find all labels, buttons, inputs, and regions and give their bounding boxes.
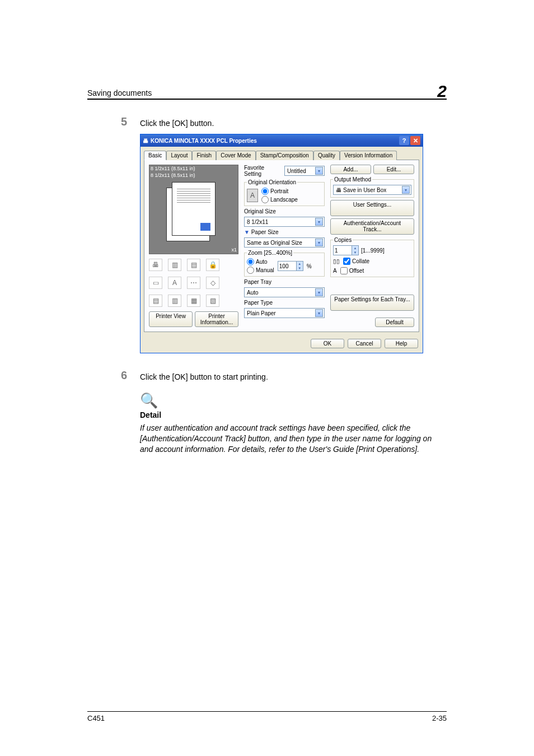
favorite-setting-label: Favorite Setting xyxy=(244,165,282,177)
down-arrow-icon: ▼ xyxy=(244,229,250,235)
detail-title: Detail xyxy=(140,410,447,419)
step-5-text: Click the [OK] button. xyxy=(140,115,214,128)
default-button[interactable]: Default xyxy=(375,318,414,327)
thumb-icon-8[interactable]: ◇ xyxy=(206,277,219,289)
spin-down-icon[interactable]: ▼ xyxy=(296,266,303,270)
preview-panel: 8 1/2x11 (8.5x11 in) 8 1/2x11 (8.5x11 in… xyxy=(149,165,238,254)
original-size-select[interactable]: 8 1/2x11 ▾ xyxy=(244,217,325,227)
output-method-select[interactable]: 🖶 Save in User Box ▾ xyxy=(333,185,411,195)
favorite-setting-value: Untitled xyxy=(287,168,315,174)
original-size-label: Original Size xyxy=(244,208,325,214)
step-6-number: 6 xyxy=(121,369,140,382)
zoom-group: Zoom [25...400%] Auto Manual ▲▼ % xyxy=(244,250,325,277)
step-6-text: Click the [OK] button to start printing. xyxy=(140,369,268,381)
favorite-add-button[interactable]: Add... xyxy=(330,165,371,174)
save-box-icon: 🖶 xyxy=(336,187,341,193)
chevron-down-icon[interactable]: ▾ xyxy=(315,288,323,296)
dialog-bottom-buttons: OK Cancel Help xyxy=(140,335,423,353)
orientation-icon: A xyxy=(247,189,258,202)
original-orientation-legend: Original Orientation xyxy=(247,179,297,185)
tab-body: 8 1/2x11 (8.5x11 in) 8 1/2x11 (8.5x11 in… xyxy=(144,160,419,332)
thumb-icon-3[interactable]: ▤ xyxy=(187,259,200,271)
copies-range-label: [1...9999] xyxy=(361,248,385,254)
collate-checkbox[interactable]: Collate xyxy=(343,258,369,265)
copies-legend: Copies xyxy=(333,237,353,243)
help-button[interactable]: Help xyxy=(385,339,418,348)
tab-basic[interactable]: Basic xyxy=(144,151,166,160)
header-title: Saving documents xyxy=(87,88,152,97)
zoom-input[interactable] xyxy=(278,263,296,269)
favorite-edit-button[interactable]: Edit... xyxy=(373,165,414,174)
detail-text: If user authentication and account track… xyxy=(140,423,447,455)
dialog-title: KONICA MINOLTA XXXX PCL Properties xyxy=(151,138,257,144)
thumb-icon-11[interactable]: ▦ xyxy=(187,295,200,307)
dialog-titlebar: 🖶 KONICA MINOLTA XXXX PCL Properties ? ✕ xyxy=(140,134,423,147)
chevron-down-icon[interactable]: ▾ xyxy=(402,186,410,194)
tab-layout[interactable]: Layout xyxy=(166,151,192,160)
printer-thumb-icon[interactable]: 🖶 xyxy=(149,259,162,271)
original-orientation-group: Original Orientation A Portrait Landscap… xyxy=(244,179,325,206)
thumb-icon-2[interactable]: ▥ xyxy=(168,259,181,271)
spin-up-icon[interactable]: ▲ xyxy=(296,262,303,266)
chevron-down-icon[interactable]: ▾ xyxy=(315,218,323,226)
copies-stepper[interactable]: ▲▼ xyxy=(333,245,359,255)
chevron-down-icon[interactable]: ▾ xyxy=(315,239,323,246)
preview-front-page xyxy=(172,182,216,236)
thumb-icon-5[interactable]: ▭ xyxy=(149,277,162,289)
portrait-radio[interactable]: Portrait xyxy=(261,188,298,195)
close-icon[interactable]: ✕ xyxy=(410,136,420,145)
paper-tray-select[interactable]: Auto ▾ xyxy=(244,287,325,297)
copies-input[interactable] xyxy=(334,248,352,254)
zoom-stepper[interactable]: ▲▼ xyxy=(278,261,303,271)
spin-up-icon[interactable]: ▲ xyxy=(352,246,358,250)
offset-checkbox[interactable]: Offset xyxy=(340,267,364,274)
printer-view-button[interactable]: Printer View xyxy=(149,311,193,327)
tab-cover-mode[interactable]: Cover Mode xyxy=(216,151,255,160)
tab-quality[interactable]: Quality xyxy=(313,151,340,160)
tab-finish[interactable]: Finish xyxy=(192,151,216,160)
zoom-legend: Zoom [25...400%] xyxy=(247,250,293,256)
printer-information-button[interactable]: Printer Information... xyxy=(195,311,238,327)
paper-type-select[interactable]: Plain Paper ▾ xyxy=(244,308,325,318)
favorite-setting-select[interactable]: Untitled ▾ xyxy=(284,166,325,176)
thumb-icon-12[interactable]: ▧ xyxy=(206,295,219,307)
page-header: Saving documents 2 xyxy=(87,78,447,100)
page-footer: C451 2-35 xyxy=(87,711,447,722)
zoom-percent-label: % xyxy=(307,263,312,269)
chapter-number: 2 xyxy=(437,82,447,101)
help-icon[interactable]: ? xyxy=(399,136,409,145)
preview-grid-icon xyxy=(200,223,210,231)
ok-button[interactable]: OK xyxy=(311,339,344,348)
paper-size-select[interactable]: Same as Original Size ▾ xyxy=(244,237,325,248)
copies-group: Copies ▲▼ [1...9999] ▯▯ Collate A Offset xyxy=(330,237,414,277)
thumb-icon-9[interactable]: ▤ xyxy=(149,295,162,307)
cancel-button[interactable]: Cancel xyxy=(348,339,381,348)
tab-stamp-composition[interactable]: Stamp/Composition xyxy=(256,151,313,160)
chevron-down-icon[interactable]: ▾ xyxy=(315,167,323,175)
detail-block: 🔍 Detail If user authentication and acco… xyxy=(140,392,447,455)
zoom-auto-radio[interactable]: Auto xyxy=(247,258,274,265)
tabs: Basic Layout Finish Cover Mode Stamp/Com… xyxy=(140,147,423,160)
user-settings-button[interactable]: User Settings... xyxy=(330,200,414,216)
thumb-icon-10[interactable]: ▥ xyxy=(168,295,181,307)
zoom-manual-radio[interactable]: Manual xyxy=(247,267,274,274)
preview-label-1: 8 1/2x11 (8.5x11 in) xyxy=(149,165,238,172)
magnifier-icon: 🔍 xyxy=(140,392,447,409)
step-6: 6 Click the [OK] button to start printin… xyxy=(121,369,447,382)
printer-icon: 🖶 xyxy=(143,138,148,144)
step-5-number: 5 xyxy=(121,115,140,128)
landscape-radio[interactable]: Landscape xyxy=(261,196,298,203)
thumb-icon-6[interactable]: A xyxy=(168,277,181,289)
lock-icon[interactable]: 🔒 xyxy=(206,259,219,271)
tab-version-information[interactable]: Version Information xyxy=(340,151,397,160)
paper-settings-each-tray-button[interactable]: Paper Settings for Each Tray... xyxy=(330,295,414,311)
thumb-icon-7[interactable]: ⋯ xyxy=(187,277,200,289)
output-method-legend: Output Method xyxy=(333,176,372,183)
spin-down-icon[interactable]: ▼ xyxy=(352,250,358,255)
paper-size-label: ▼ Paper Size xyxy=(244,229,325,235)
authentication-account-track-button[interactable]: Authentication/Account Track... xyxy=(330,218,414,235)
paper-type-label: Paper Type xyxy=(244,300,325,306)
preview-label-2: 8 1/2x11 (8.5x11 in) xyxy=(149,172,238,179)
paper-tray-label: Paper Tray xyxy=(244,279,325,285)
chevron-down-icon[interactable]: ▾ xyxy=(315,309,323,317)
